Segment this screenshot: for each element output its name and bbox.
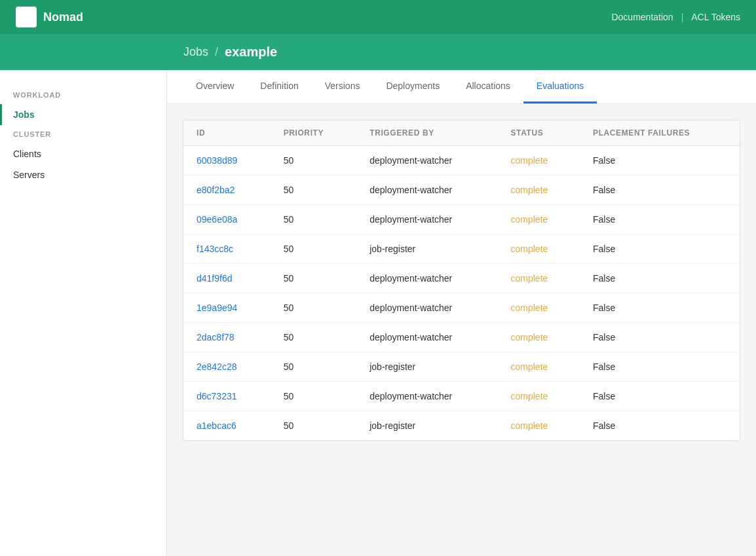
cell-id: 2dac8f78: [183, 323, 271, 352]
cell-triggered-by: deployment-watcher: [356, 293, 497, 323]
nav-divider: |: [681, 12, 684, 22]
table-row: f143cc8c50job-registercompleteFalse: [183, 234, 740, 264]
tab-overview[interactable]: Overview: [183, 70, 247, 103]
tab-versions[interactable]: Versions: [312, 70, 373, 103]
cell-priority: 50: [271, 205, 357, 234]
breadcrumb-separator: /: [215, 45, 218, 59]
nav-links: Documentation | ACL Tokens: [611, 12, 740, 22]
cell-id: e80f2ba2: [183, 176, 271, 205]
cell-placement-failures: False: [580, 382, 740, 411]
col-header-placement-failures: Placement Failures: [580, 120, 740, 146]
main-content: Overview Definition Versions Deployments…: [167, 70, 756, 556]
cell-id: 60038d89: [183, 146, 271, 176]
cell-placement-failures: False: [580, 234, 740, 264]
eval-id-link[interactable]: 2e842c28: [197, 361, 237, 372]
cell-placement-failures: False: [580, 205, 740, 234]
tab-evaluations[interactable]: Evaluations: [523, 70, 597, 103]
table-row: 60038d8950deployment-watchercompleteFals…: [183, 146, 740, 176]
cell-priority: 50: [271, 352, 357, 382]
eval-id-link[interactable]: e80f2ba2: [197, 185, 235, 195]
cell-status: complete: [498, 234, 580, 264]
breadcrumb-bar: Jobs / example: [0, 34, 756, 70]
col-header-triggered-by: Triggered By: [356, 120, 497, 146]
cell-status: complete: [498, 176, 580, 205]
cell-status: complete: [498, 382, 580, 411]
sidebar-servers-label: Servers: [13, 170, 45, 180]
sidebar-item-clients[interactable]: Clients: [0, 143, 166, 164]
app-name: Nomad: [43, 10, 83, 24]
eval-id-link[interactable]: d6c73231: [197, 391, 237, 401]
cell-status: complete: [498, 411, 580, 441]
cell-status: complete: [498, 264, 580, 293]
cell-id: d41f9f6d: [183, 264, 271, 293]
cell-priority: 50: [271, 293, 357, 323]
table-row: e80f2ba250deployment-watchercompleteFals…: [183, 176, 740, 205]
eval-id-link[interactable]: 1e9a9e94: [197, 303, 237, 313]
acl-tokens-link[interactable]: ACL Tokens: [691, 12, 740, 22]
col-header-id: ID: [183, 120, 271, 146]
top-navigation: Nomad Documentation | ACL Tokens: [0, 0, 756, 34]
tab-definition[interactable]: Definition: [247, 70, 311, 103]
cell-status: complete: [498, 146, 580, 176]
eval-id-link[interactable]: f143cc8c: [197, 244, 233, 254]
sidebar-item-jobs[interactable]: Jobs: [0, 104, 166, 125]
eval-id-link[interactable]: 09e6e08a: [197, 214, 237, 225]
cell-id: 2e842c28: [183, 352, 271, 382]
tab-allocations[interactable]: Allocations: [453, 70, 523, 103]
cell-status: complete: [498, 293, 580, 323]
sidebar-clients-label: Clients: [13, 149, 41, 159]
table-row: 09e6e08a50deployment-watchercompleteFals…: [183, 205, 740, 234]
cell-triggered-by: deployment-watcher: [356, 205, 497, 234]
cell-status: complete: [498, 352, 580, 382]
table-row: 2dac8f7850deployment-watchercompleteFals…: [183, 323, 740, 352]
cell-id: 09e6e08a: [183, 205, 271, 234]
cell-triggered-by: job-register: [356, 352, 497, 382]
cell-priority: 50: [271, 146, 357, 176]
cell-id: 1e9a9e94: [183, 293, 271, 323]
documentation-link[interactable]: Documentation: [611, 12, 673, 22]
table-row: a1ebcac650job-registercompleteFalse: [183, 411, 740, 441]
cell-triggered-by: deployment-watcher: [356, 176, 497, 205]
cell-id: a1ebcac6: [183, 411, 271, 441]
cell-placement-failures: False: [580, 323, 740, 352]
table-row: 2e842c2850job-registercompleteFalse: [183, 352, 740, 382]
col-header-status: Status: [498, 120, 580, 146]
cell-id: d6c73231: [183, 382, 271, 411]
table-row: 1e9a9e9450deployment-watchercompleteFals…: [183, 293, 740, 323]
sidebar-workload-label: Workload: [0, 91, 166, 104]
cell-priority: 50: [271, 411, 357, 441]
table-header: ID Priority Triggered By Status Placemen…: [183, 120, 740, 146]
cell-placement-failures: False: [580, 264, 740, 293]
cell-placement-failures: False: [580, 176, 740, 205]
cell-triggered-by: deployment-watcher: [356, 146, 497, 176]
eval-id-link[interactable]: 60038d89: [197, 155, 237, 166]
breadcrumb-jobs-link[interactable]: Jobs: [183, 45, 208, 59]
tab-deployments[interactable]: Deployments: [373, 70, 453, 103]
cell-priority: 50: [271, 176, 357, 205]
cell-id: f143cc8c: [183, 234, 271, 264]
sidebar-item-servers[interactable]: Servers: [0, 164, 166, 185]
sidebar: Workload Jobs Cluster Clients Servers: [0, 70, 167, 556]
sidebar-jobs-label: Jobs: [13, 109, 35, 120]
cell-placement-failures: False: [580, 293, 740, 323]
table-header-row: ID Priority Triggered By Status Placemen…: [183, 120, 740, 146]
eval-id-link[interactable]: a1ebcac6: [197, 420, 236, 431]
cell-status: complete: [498, 205, 580, 234]
cell-triggered-by: deployment-watcher: [356, 382, 497, 411]
breadcrumb-current-job: example: [225, 45, 277, 60]
sidebar-cluster-label: Cluster: [0, 130, 166, 143]
app-logo: [16, 7, 37, 28]
cell-status: complete: [498, 323, 580, 352]
eval-id-link[interactable]: 2dac8f78: [197, 332, 235, 343]
cell-priority: 50: [271, 323, 357, 352]
cell-priority: 50: [271, 234, 357, 264]
eval-id-link[interactable]: d41f9f6d: [197, 273, 233, 284]
table-row: d41f9f6d50deployment-watchercompleteFals…: [183, 264, 740, 293]
table-area: ID Priority Triggered By Status Placemen…: [167, 104, 756, 456]
main-layout: Workload Jobs Cluster Clients Servers Ov…: [0, 70, 756, 556]
cell-placement-failures: False: [580, 352, 740, 382]
cell-priority: 50: [271, 264, 357, 293]
cell-placement-failures: False: [580, 411, 740, 441]
nav-brand: Nomad: [16, 7, 83, 28]
evaluations-table: ID Priority Triggered By Status Placemen…: [183, 120, 740, 440]
